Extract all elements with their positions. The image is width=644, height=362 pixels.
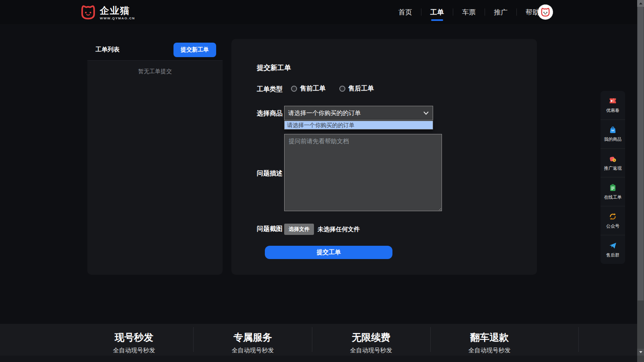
footer-subtitle: 全自动现号秒发 <box>204 347 301 354</box>
scroll-up-button[interactable] <box>637 0 644 7</box>
cat-logo-icon <box>80 4 97 22</box>
footer-subtitle: 全自动现号秒发 <box>323 347 419 354</box>
footer-col-renewal: 无限续费 全自动现号秒发 <box>323 331 419 354</box>
submit-ticket-button[interactable]: 提交工单 <box>265 246 392 259</box>
cashback-icon: ¥ <box>609 154 617 163</box>
nav-item-tickets[interactable]: 工单 <box>421 0 453 24</box>
footer-divider <box>578 327 579 352</box>
ticket-type-label: 工单类型 <box>257 85 283 94</box>
description-label: 问题描述 <box>257 169 283 178</box>
arrow-down-icon <box>639 351 642 353</box>
side-item-label: 公众号 <box>606 223 619 229</box>
side-item-official-account[interactable]: 公众号 <box>601 206 625 235</box>
footer-title: 现号秒发 <box>86 331 182 344</box>
footer-col-instant: 现号秒发 全自动现号秒发 <box>86 331 182 354</box>
side-item-coupons[interactable]: ¥ 优惠卷 <box>601 91 625 120</box>
nav-menu: 首页 工单 车票 推广 帮助 <box>390 0 548 24</box>
nav-item-home[interactable]: 首页 <box>390 0 421 24</box>
plane-icon <box>609 241 617 250</box>
product-select-value: 请选择一个你购买的的订单 <box>288 109 361 117</box>
top-navbar: 企业猫 WWW.QYMAO.CN 首页 工单 车票 推广 帮助 <box>0 0 638 24</box>
presale-radio-label: 售前工单 <box>300 84 326 93</box>
side-item-label: 优惠卷 <box>606 107 619 113</box>
description-textarea[interactable] <box>284 134 442 211</box>
presale-radio[interactable] <box>291 86 297 92</box>
ticket-type-options: 售前工单 售后工单 <box>291 84 388 93</box>
arrow-up-icon <box>639 2 642 4</box>
radio-presale[interactable]: 售前工单 <box>291 84 326 93</box>
ticket-list-empty-text: 暂无工单提交 <box>87 68 223 75</box>
horizontal-scrollbar-track[interactable] <box>0 356 638 362</box>
scroll-down-button[interactable] <box>637 349 644 356</box>
footer-divider <box>430 327 431 352</box>
footer-title: 翻车退款 <box>441 331 538 344</box>
footer: 现号秒发 全自动现号秒发 专属服务 全自动现号秒发 无限续费 全自动现号秒发 翻… <box>0 324 638 356</box>
side-item-online-ticket[interactable]: 在线工单 <box>601 177 625 206</box>
brand[interactable]: 企业猫 WWW.QYMAO.CN <box>80 4 135 22</box>
cat-avatar-icon <box>540 7 551 17</box>
footer-col-service: 专属服务 全自动现号秒发 <box>204 331 301 354</box>
clipboard-icon <box>609 183 617 192</box>
product-select[interactable]: 请选择一个你购买的的订单 <box>284 106 433 120</box>
ticket-list-header: 工单列表 提交新工单 <box>87 39 223 61</box>
footer-title: 无限续费 <box>323 331 419 344</box>
user-avatar[interactable] <box>538 4 553 20</box>
nav-item-promotion[interactable]: 推广 <box>485 0 516 24</box>
radio-aftersale[interactable]: 售后工单 <box>339 84 374 93</box>
form-title: 提交新工单 <box>257 63 291 72</box>
brand-name: 企业猫 <box>100 6 135 15</box>
side-item-label: 推广返现 <box>604 165 622 171</box>
ticket-list-title: 工单列表 <box>95 46 120 53</box>
side-item-cashback[interactable]: ¥ 推广返现 <box>601 149 625 178</box>
file-input-row: 选择文件 未选择任何文件 <box>284 224 360 235</box>
side-item-aftersale-group[interactable]: 售后群 <box>601 235 625 264</box>
coupon-icon: ¥ <box>609 97 617 105</box>
footer-divider <box>193 327 194 352</box>
svg-text:¥: ¥ <box>613 159 615 162</box>
scrollbar-thumb[interactable] <box>638 7 644 300</box>
chevron-down-icon <box>423 111 429 115</box>
side-item-label: 我的商品 <box>604 136 622 142</box>
dropdown-option[interactable]: 请选择一个你购买的的订单 <box>285 121 433 129</box>
aftersale-radio-label: 售后工单 <box>348 84 374 93</box>
footer-divider <box>312 327 312 352</box>
screenshot-label: 问题截图 <box>257 225 283 233</box>
brand-site: WWW.QYMAO.CN <box>100 16 135 20</box>
footer-title: 专属服务 <box>204 331 301 344</box>
choose-file-button[interactable]: 选择文件 <box>284 224 314 235</box>
footer-col-refund: 翻车退款 全自动现号秒发 <box>441 331 538 354</box>
side-item-my-products[interactable]: 我的商品 <box>601 120 625 149</box>
product-select-label: 选择商品 <box>257 109 283 118</box>
side-item-label: 在线工单 <box>604 194 622 200</box>
nav-item-passes[interactable]: 车票 <box>453 0 485 24</box>
quick-links-widget: ¥ 优惠卷 我的商品 ¥ 推广返现 在线工单 <box>601 91 625 264</box>
vertical-scrollbar[interactable] <box>637 0 644 356</box>
scrollbar-corner <box>637 356 644 362</box>
product-select-dropdown: 请选择一个你购买的的订单 <box>284 121 433 130</box>
new-ticket-button[interactable]: 提交新工单 <box>173 43 216 57</box>
new-ticket-form-panel: 提交新工单 工单类型 售前工单 售后工单 选择商品 请选择一个你购买的的订单 请… <box>231 39 537 275</box>
swirl-icon <box>609 212 617 221</box>
ticket-list-panel: 工单列表 提交新工单 暂无工单提交 <box>87 39 223 275</box>
aftersale-radio[interactable] <box>339 86 345 92</box>
side-item-label: 售后群 <box>606 252 619 258</box>
file-status-text: 未选择任何文件 <box>318 226 360 233</box>
footer-subtitle: 全自动现号秒发 <box>86 347 182 354</box>
bag-icon <box>609 125 617 134</box>
svg-text:¥: ¥ <box>611 99 613 103</box>
footer-subtitle: 全自动现号秒发 <box>441 347 538 354</box>
